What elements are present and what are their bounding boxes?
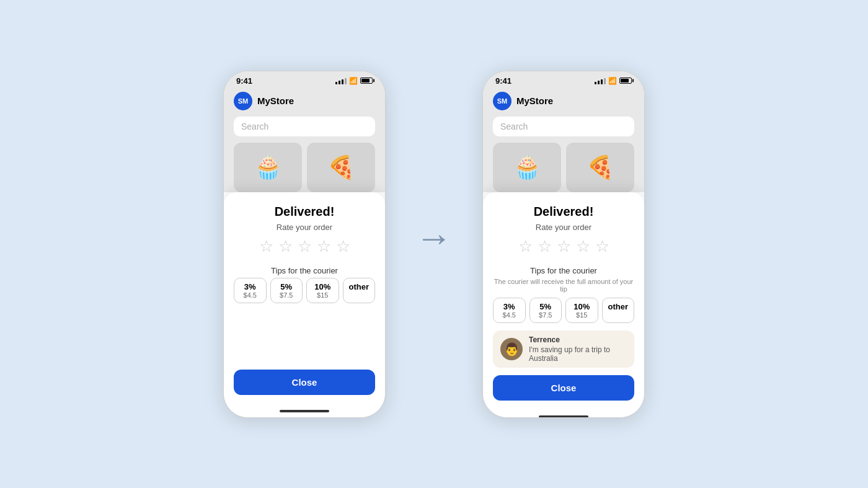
home-bar-left — [280, 410, 329, 412]
signal-icon-left — [335, 77, 347, 84]
status-bar-left: 9:41 📶 — [224, 71, 385, 88]
product-cupcake-right: 🧁 — [493, 143, 561, 192]
star-4-left[interactable]: ☆ — [317, 237, 331, 256]
tip-3pct-left[interactable]: 3% $4.5 — [234, 278, 267, 303]
app-title-right: MyStore — [516, 95, 553, 106]
battery-icon-left — [360, 78, 373, 84]
product-area-right: 🧁 🍕 — [483, 143, 644, 192]
product-pizza-left: 🍕 — [307, 143, 375, 192]
stars-left: ☆ ☆ ☆ ☆ ☆ — [234, 237, 375, 256]
battery-icon-right — [619, 78, 632, 84]
product-cupcake-left: 🧁 — [234, 143, 302, 192]
courier-avatar-right: 👨 — [500, 338, 523, 360]
star-3-left[interactable]: ☆ — [298, 237, 312, 256]
home-indicator-right — [483, 410, 644, 418]
tip-other-left[interactable]: other — [343, 278, 376, 303]
star-2-right[interactable]: ☆ — [538, 237, 552, 256]
search-input-right[interactable]: Search — [493, 117, 634, 136]
delivered-title-right: Delivered! — [493, 205, 634, 219]
app-header-left: SM MyStore — [224, 88, 385, 117]
tip-10pct-right[interactable]: 10% $15 — [565, 298, 598, 323]
product-area-left: 🧁 🍕 — [224, 143, 385, 192]
signal-icon-right — [595, 77, 606, 84]
product-pizza-right: 🍕 — [566, 143, 634, 192]
star-1-right[interactable]: ☆ — [518, 237, 533, 256]
tips-label-left: Tips for the courier — [234, 266, 375, 275]
courier-name-right: Terrence — [529, 335, 627, 344]
status-bar-right: 9:41 📶 — [483, 71, 644, 88]
tip-buttons-right: 3% $4.5 5% $7.5 10% $15 other — [493, 298, 634, 323]
close-button-left[interactable]: Close — [234, 370, 375, 395]
app-title-left: MyStore — [257, 95, 294, 106]
status-time-left: 9:41 — [236, 76, 252, 86]
tip-5pct-right[interactable]: 5% $7.5 — [529, 298, 562, 323]
search-bar-right: Search — [483, 117, 644, 143]
home-bar-right — [539, 415, 588, 418]
star-5-left[interactable]: ☆ — [336, 237, 350, 256]
app-header-right: SM MyStore — [483, 88, 644, 117]
stars-right: ☆ ☆ ☆ ☆ ☆ — [493, 237, 634, 256]
rate-label-left: Rate your order — [234, 223, 375, 232]
tips-sublabel-right: The courier will receive the full amount… — [493, 278, 634, 293]
search-input-left[interactable]: Search — [234, 117, 375, 136]
avatar-left: SM — [234, 92, 252, 110]
search-bar-left: Search — [224, 117, 385, 143]
avatar-right: SM — [493, 92, 512, 110]
bottom-sheet-left: Delivered! Rate your order ☆ ☆ ☆ ☆ ☆ Tip… — [224, 192, 385, 405]
phone-left: 9:41 📶 SM MyStore Search — [223, 71, 386, 418]
star-3-right[interactable]: ☆ — [557, 237, 571, 256]
courier-info-right: Terrence I'm saving up for a trip to Aus… — [529, 335, 627, 363]
delivered-title-left: Delivered! — [234, 205, 375, 219]
tip-other-right[interactable]: other — [602, 298, 635, 323]
rate-label-right: Rate your order — [493, 223, 634, 232]
courier-message-right: I'm saving up for a trip to Australia — [529, 345, 627, 363]
bottom-sheet-right: Delivered! Rate your order ☆ ☆ ☆ ☆ ☆ Tip… — [483, 192, 644, 410]
tip-5pct-left[interactable]: 5% $7.5 — [270, 278, 303, 303]
tip-buttons-left: 3% $4.5 5% $7.5 10% $15 other — [234, 278, 375, 303]
courier-card-right: 👨 Terrence I'm saving up for a trip to A… — [493, 331, 634, 368]
status-icons-left: 📶 — [335, 77, 373, 85]
close-button-right[interactable]: Close — [493, 375, 634, 401]
star-5-right[interactable]: ☆ — [595, 237, 609, 256]
tip-3pct-right[interactable]: 3% $4.5 — [493, 298, 526, 323]
star-4-right[interactable]: ☆ — [576, 237, 590, 256]
comparison-scene: 9:41 📶 SM MyStore Search — [223, 71, 645, 418]
transition-arrow: → — [415, 220, 453, 257]
tips-label-right: Tips for the courier — [493, 266, 634, 275]
status-time-right: 9:41 — [495, 76, 512, 86]
wifi-icon-left: 📶 — [349, 77, 358, 85]
wifi-icon-right: 📶 — [608, 77, 617, 85]
status-icons-right: 📶 — [595, 77, 632, 85]
home-indicator-left — [224, 405, 385, 417]
star-1-left[interactable]: ☆ — [259, 237, 273, 256]
phone-right: 9:41 📶 SM MyStore Search — [482, 71, 645, 418]
star-2-left[interactable]: ☆ — [278, 237, 293, 256]
tip-10pct-left[interactable]: 10% $15 — [306, 278, 339, 303]
